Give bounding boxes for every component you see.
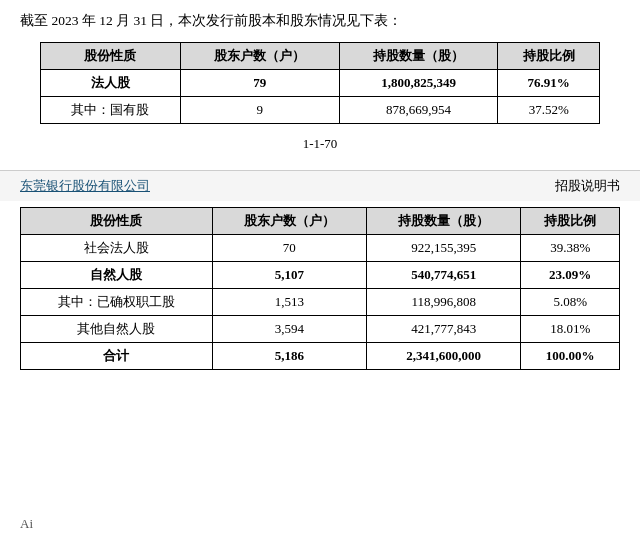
cell-holders: 3,594 [212, 315, 366, 342]
cell-holders: 79 [180, 69, 339, 96]
cell-name: 社会法人股 [21, 234, 213, 261]
bot-col-header-ratio: 持股比例 [521, 207, 620, 234]
col-header-holders: 股东户数（户） [180, 42, 339, 69]
bottom-section: 东莞银行股份有限公司 招股说明书 股份性质 股东户数（户） 持股数量（股） 持股… [0, 171, 640, 380]
col-header-type: 股份性质 [41, 42, 181, 69]
cell-name: 自然人股 [21, 261, 213, 288]
cell-name: 其他自然人股 [21, 315, 213, 342]
cell-holders: 5,186 [212, 342, 366, 369]
ai-label: Ai [20, 516, 33, 532]
bottom-table-row: 合计 5,186 2,341,600,000 100.00% [21, 342, 620, 369]
col-header-ratio: 持股比例 [498, 42, 600, 69]
doc-title: 招股说明书 [555, 177, 620, 195]
bottom-table-row: 其他自然人股 3,594 421,777,843 18.01% [21, 315, 620, 342]
cell-name: 合计 [21, 342, 213, 369]
cell-shares: 2,341,600,000 [366, 342, 520, 369]
bottom-table-row: 社会法人股 70 922,155,395 39.38% [21, 234, 620, 261]
cell-shares: 540,774,651 [366, 261, 520, 288]
cell-ratio: 39.38% [521, 234, 620, 261]
bottom-header: 东莞银行股份有限公司 招股说明书 [0, 171, 640, 201]
cell-ratio: 100.00% [521, 342, 620, 369]
cell-ratio: 5.08% [521, 288, 620, 315]
bottom-table-header-row: 股份性质 股东户数（户） 持股数量（股） 持股比例 [21, 207, 620, 234]
bottom-table-row: 其中：已确权职工股 1,513 118,996,808 5.08% [21, 288, 620, 315]
cell-ratio: 37.52% [498, 96, 600, 123]
company-link[interactable]: 东莞银行股份有限公司 [20, 177, 150, 195]
cell-holders: 70 [212, 234, 366, 261]
top-table-row: 法人股 79 1,800,825,349 76.91% [41, 69, 600, 96]
cell-shares: 878,669,954 [339, 96, 498, 123]
top-table-row: 其中：国有股 9 878,669,954 37.52% [41, 96, 600, 123]
intro-text: 截至 2023 年 12 月 31 日，本次发行前股本和股东情况见下表： [20, 10, 620, 32]
bottom-table: 股份性质 股东户数（户） 持股数量（股） 持股比例 社会法人股 70 922,1… [20, 207, 620, 370]
cell-shares: 1,800,825,349 [339, 69, 498, 96]
cell-name: 其中：已确权职工股 [21, 288, 213, 315]
bottom-table-row: 自然人股 5,107 540,774,651 23.09% [21, 261, 620, 288]
col-header-shares: 持股数量（股） [339, 42, 498, 69]
top-table-header-row: 股份性质 股东户数（户） 持股数量（股） 持股比例 [41, 42, 600, 69]
bot-col-header-type: 股份性质 [21, 207, 213, 234]
cell-shares: 421,777,843 [366, 315, 520, 342]
ai-bar: Ai [0, 516, 640, 532]
page-number: 1-1-70 [20, 136, 620, 152]
cell-shares: 922,155,395 [366, 234, 520, 261]
bot-col-header-shares: 持股数量（股） [366, 207, 520, 234]
bottom-table-wrapper: 股份性质 股东户数（户） 持股数量（股） 持股比例 社会法人股 70 922,1… [0, 201, 640, 380]
top-section: 截至 2023 年 12 月 31 日，本次发行前股本和股东情况见下表： 股份性… [0, 0, 640, 170]
cell-holders: 5,107 [212, 261, 366, 288]
cell-holders: 1,513 [212, 288, 366, 315]
cell-name: 法人股 [41, 69, 181, 96]
top-table: 股份性质 股东户数（户） 持股数量（股） 持股比例 法人股 79 1,800,8… [40, 42, 600, 124]
cell-ratio: 76.91% [498, 69, 600, 96]
cell-holders: 9 [180, 96, 339, 123]
cell-shares: 118,996,808 [366, 288, 520, 315]
bot-col-header-holders: 股东户数（户） [212, 207, 366, 234]
cell-ratio: 18.01% [521, 315, 620, 342]
cell-name: 其中：国有股 [41, 96, 181, 123]
cell-ratio: 23.09% [521, 261, 620, 288]
